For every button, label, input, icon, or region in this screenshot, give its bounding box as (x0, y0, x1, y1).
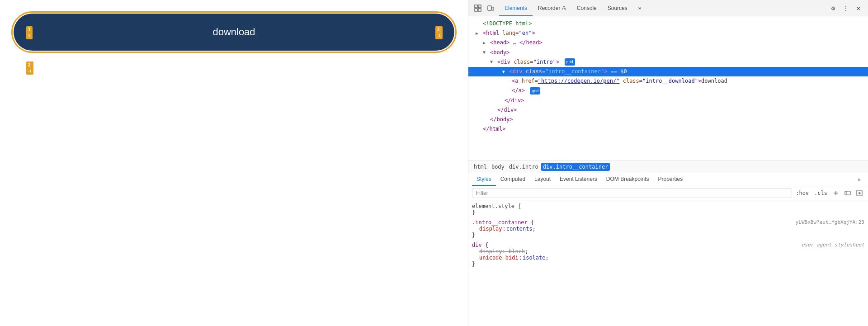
settings-icon[interactable]: ⚙ (827, 2, 839, 14)
devtools-panel: Elements Recorder 𝔸 Console Sources » ⚙ … (468, 0, 868, 326)
breadcrumb-body[interactable]: body (490, 163, 506, 171)
css-selector-intro-container[interactable]: .intro__container { (472, 219, 534, 226)
css-rules: element.style { } .intro__container { yL… (468, 200, 868, 326)
css-property-unicode-bidi: unicode-bidi: isolate; (472, 255, 864, 261)
tree-body-open[interactable]: ▼ <body> (468, 48, 868, 57)
tree-body-close[interactable]: </body> (468, 115, 868, 124)
webpage-preview: 1 1 2 -1 2 -1 download (0, 0, 468, 326)
expand-div-intro-container[interactable]: ▼ (502, 68, 509, 76)
more-options-icon[interactable]: ⋮ (840, 2, 852, 14)
tree-html-close[interactable]: </html> (468, 124, 868, 134)
styles-sub-tabs: Styles Computed Layout Event Listeners D… (468, 173, 868, 186)
tree-div-intro[interactable]: ▼ <div class="intro"> grid (468, 57, 868, 67)
css-user-agent-label: user agent stylesheet (802, 242, 864, 248)
tree-div-intro-container[interactable]: … ▼ <div class="intro__container"> == $0 (468, 67, 868, 76)
new-style-rule-icon[interactable] (854, 188, 864, 198)
css-element-style-close: } (472, 209, 475, 216)
tree-div-container-close[interactable]: </div> (468, 96, 868, 105)
tab-recorder[interactable]: Recorder 𝔸 (533, 0, 571, 16)
tree-html[interactable]: ▶ <html lang="en"> (468, 28, 868, 38)
svg-rect-5 (492, 7, 494, 10)
styles-panel: html body div.intro div.intro__container… (468, 161, 868, 326)
breadcrumb-div-intro[interactable]: div.intro (507, 163, 540, 171)
tab-styles[interactable]: Styles (472, 173, 496, 186)
filter-cls-button[interactable]: .cls (812, 189, 829, 197)
tab-console[interactable]: Console (571, 0, 602, 16)
tab-elements[interactable]: Elements (499, 0, 533, 16)
css-element-style-selector[interactable]: element.style { (472, 203, 521, 209)
css-property-display-block: display: block; (472, 248, 864, 255)
badge-top-left: 1 1 (26, 26, 33, 39)
svg-rect-0 (475, 5, 477, 8)
css-property-display-contents: display: contents; (472, 226, 864, 232)
breadcrumb-html[interactable]: html (472, 163, 489, 171)
svg-rect-8 (845, 191, 850, 195)
expand-div-intro[interactable]: ▼ (490, 58, 496, 66)
css-brace-intro-container: } (472, 232, 475, 238)
breadcrumb-div-intro-container[interactable]: div.intro__container (541, 163, 610, 171)
download-button-wrapper: 1 1 2 -1 2 -1 download (14, 14, 454, 51)
css-rule-intro-container: .intro__container { yLWBxBw?aut…YgbXqjYA… (472, 219, 864, 238)
add-style-rule-icon[interactable] (831, 188, 841, 198)
tab-event-listeners[interactable]: Event Listeners (555, 173, 602, 186)
svg-rect-4 (488, 6, 491, 10)
device-toolbar-icon[interactable] (485, 2, 496, 14)
tree-a-close[interactable]: </a> grid (468, 86, 868, 95)
toolbar-right: ⚙ ⋮ ✕ (827, 2, 864, 14)
svg-rect-2 (478, 5, 481, 8)
grid-badge-intro: grid (565, 58, 575, 66)
tab-more[interactable]: » (633, 0, 647, 16)
svg-rect-1 (475, 9, 477, 11)
download-button[interactable]: download (14, 14, 454, 51)
tree-doctype[interactable]: <!DOCTYPE html> (468, 19, 868, 28)
devtools-tabs: Elements Recorder 𝔸 Console Sources » (499, 0, 826, 16)
close-devtools-icon[interactable]: ✕ (853, 2, 864, 14)
breadcrumb-bar: html body div.intro div.intro__container (468, 161, 868, 173)
badge-top-right: 2 -1 (435, 26, 443, 39)
expand-body[interactable]: ▼ (483, 49, 489, 56)
svg-rect-3 (478, 9, 481, 11)
css-rule-element-style: element.style { } (472, 203, 864, 216)
css-rule-div-ua: div { user agent stylesheet display: blo… (472, 242, 864, 267)
css-selector-div[interactable]: div { (472, 242, 488, 248)
html-tree: <!DOCTYPE html> ▶ <html lang="en"> ▶ <he… (468, 16, 868, 161)
expand-html[interactable]: ▶ (476, 30, 482, 37)
devtools-toolbar: Elements Recorder 𝔸 Console Sources » ⚙ … (468, 0, 868, 16)
inspect-element-icon[interactable] (472, 2, 484, 14)
badge-bottom-left: 2 -1 (26, 61, 33, 75)
css-rule-source-intro[interactable]: yLWBxBw?aut…YgbXqjYA:23 (796, 219, 864, 225)
expand-head[interactable]: ▶ (483, 39, 489, 47)
filter-input[interactable] (472, 188, 792, 198)
filter-hov-button[interactable]: :hov (794, 189, 811, 197)
tab-layout[interactable]: Layout (530, 173, 555, 186)
toggle-element-state-icon[interactable] (843, 188, 853, 198)
tab-properties[interactable]: Properties (654, 173, 688, 186)
tab-dom-breakpoints[interactable]: DOM Breakpoints (602, 173, 654, 186)
grid-badge-a: grid (530, 87, 540, 94)
tree-head[interactable]: ▶ <head> … </head> (468, 38, 868, 47)
filter-bar: :hov .cls (468, 186, 868, 200)
tab-computed[interactable]: Computed (496, 173, 530, 186)
tree-a-tag[interactable]: <a href="https://codepen.io/pen/" class=… (468, 76, 868, 86)
tab-more-arrow[interactable]: » (854, 174, 864, 185)
css-brace-div: } (472, 261, 475, 267)
tab-sources[interactable]: Sources (602, 0, 633, 16)
tree-div-intro-close[interactable]: </div> (468, 105, 868, 115)
